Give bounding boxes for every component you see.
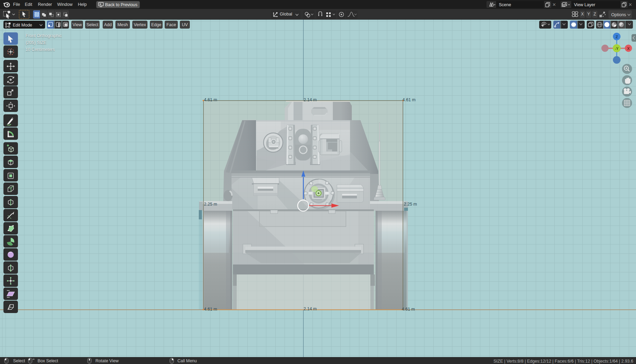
svg-text:4.61 m: 4.61 m xyxy=(204,307,217,312)
svg-text:2.14 m: 2.14 m xyxy=(304,97,317,102)
svg-text:-Y: -Y xyxy=(615,46,619,51)
svg-text:4.61 m: 4.61 m xyxy=(402,97,416,102)
svg-text:2.25 m: 2.25 m xyxy=(404,202,417,207)
svg-text:4.61 m: 4.61 m xyxy=(204,97,217,102)
svg-text:4.61 m: 4.61 m xyxy=(402,307,415,312)
svg-text:X: X xyxy=(627,46,630,51)
svg-text:Z: Z xyxy=(616,35,618,39)
svg-text:2.25 m: 2.25 m xyxy=(204,202,217,207)
svg-text:2.14 m: 2.14 m xyxy=(304,306,317,311)
